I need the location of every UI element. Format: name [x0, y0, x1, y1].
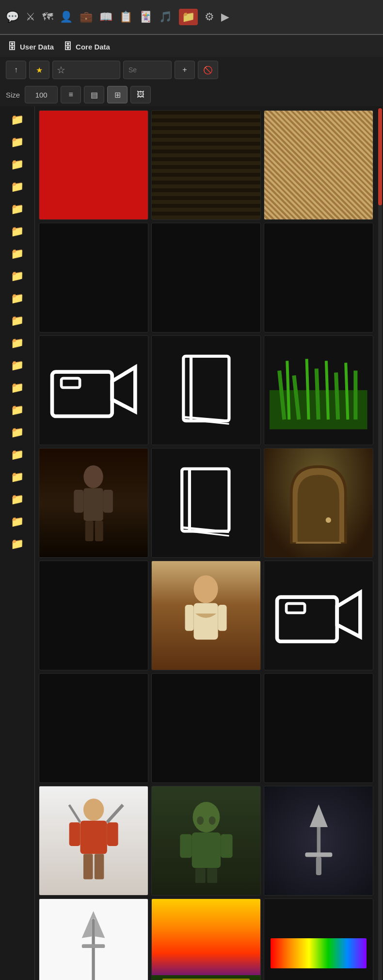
- view-grid-button[interactable]: ⊞: [107, 86, 128, 103]
- view-thumbnail-button[interactable]: 🖼: [130, 86, 151, 103]
- folder-item[interactable]: 📁: [6, 444, 29, 465]
- svg-line-12: [317, 369, 319, 420]
- file-item-rainbow[interactable]: [264, 898, 373, 980]
- file-item-weapon-dark[interactable]: [264, 786, 373, 896]
- folder-item[interactable]: 📁: [6, 422, 29, 443]
- back-button[interactable]: ↑: [6, 61, 26, 79]
- svg-line-42: [69, 805, 80, 823]
- folder-item[interactable]: 📁: [6, 288, 29, 309]
- folder-item[interactable]: 📁: [6, 332, 29, 354]
- folder-icon: 📁: [11, 404, 24, 416]
- folder-icon: 📁: [11, 359, 24, 372]
- list-icon: ≡: [69, 90, 73, 99]
- file-item-camera2[interactable]: [264, 561, 373, 670]
- size-input[interactable]: [25, 86, 58, 103]
- collapse-icon[interactable]: ▶: [221, 11, 229, 23]
- file-item-door[interactable]: [264, 448, 373, 558]
- file-item-viking[interactable]: [39, 786, 148, 896]
- file-item-warrior[interactable]: [39, 448, 148, 558]
- folder-item[interactable]: 📁: [6, 176, 29, 198]
- svg-marker-1: [112, 367, 135, 411]
- hide-button[interactable]: 🚫: [198, 61, 218, 79]
- view-list-button[interactable]: ≡: [61, 86, 81, 103]
- folder-item[interactable]: 📁: [6, 377, 29, 399]
- vertical-scrollbar[interactable]: [377, 106, 383, 980]
- cards-icon[interactable]: 🃏: [139, 11, 152, 23]
- camera2-svg-icon: [272, 569, 365, 662]
- file-item-empty[interactable]: [39, 223, 148, 332]
- file-item-empty[interactable]: [264, 673, 373, 783]
- tables-icon[interactable]: 📋: [119, 11, 132, 23]
- star-empty-icon: ☆: [57, 64, 65, 76]
- settings-icon[interactable]: ⚙: [205, 11, 214, 23]
- map-icon[interactable]: 🗺: [42, 11, 53, 23]
- svg-rect-56: [316, 857, 321, 875]
- camera-svg-icon: [48, 344, 140, 436]
- core-data-tab[interactable]: 🗄 Core Data: [64, 42, 110, 52]
- file-item-book[interactable]: [151, 335, 261, 445]
- file-item-empty[interactable]: [151, 223, 261, 332]
- search-input[interactable]: [123, 61, 172, 79]
- svg-point-17: [84, 465, 103, 488]
- folder-item[interactable]: 📁: [6, 199, 29, 220]
- file-item[interactable]: [39, 110, 148, 220]
- file-item[interactable]: [264, 110, 373, 220]
- folder-icon: 📁: [11, 181, 24, 193]
- file-item-orc[interactable]: [151, 786, 261, 896]
- folder-item[interactable]: 📁: [6, 243, 29, 265]
- folder-icon: 📁: [11, 270, 24, 282]
- grass-svg: [270, 341, 367, 439]
- folder-icon: 📁: [11, 471, 24, 483]
- folder-icon: 📁: [11, 538, 24, 550]
- top-navigation: 💬 ⚔ 🗺 👤 💼 📖 📋 🃏 🎵 📁 ⚙ ▶: [0, 0, 383, 35]
- folder-item[interactable]: 📁: [6, 399, 29, 421]
- svg-line-41: [107, 805, 123, 823]
- folder-item[interactable]: 📁: [6, 310, 29, 332]
- compendium-icon[interactable]: 📁: [179, 9, 198, 25]
- svg-rect-2: [61, 378, 80, 387]
- folder-item[interactable]: 📁: [6, 266, 29, 287]
- scrollbar-thumb[interactable]: [378, 108, 382, 205]
- folder-item[interactable]: 📁: [6, 132, 29, 153]
- file-item-empty[interactable]: [39, 673, 148, 783]
- svg-rect-59: [82, 944, 105, 948]
- chat-icon[interactable]: 💬: [6, 11, 19, 23]
- file-item[interactable]: [151, 110, 261, 220]
- bearded-man-figure: [176, 572, 236, 659]
- file-item-empty[interactable]: [151, 673, 261, 783]
- svg-rect-27: [298, 498, 339, 539]
- add-folder-button[interactable]: +: [175, 61, 195, 79]
- folder-icon: 📁: [11, 515, 24, 528]
- file-item-sunset[interactable]: [151, 898, 261, 980]
- svg-rect-40: [107, 823, 118, 847]
- favorites-button[interactable]: ★: [29, 61, 49, 79]
- svg-rect-43: [83, 854, 93, 880]
- view-details-button[interactable]: ▤: [84, 86, 104, 103]
- svg-line-14: [336, 373, 338, 420]
- folder-item[interactable]: 📁: [6, 109, 29, 131]
- items-icon[interactable]: 💼: [80, 11, 93, 23]
- combat-icon[interactable]: ⚔: [26, 11, 35, 23]
- file-item-camera[interactable]: [39, 335, 148, 445]
- file-item-bearded-man[interactable]: [151, 561, 261, 670]
- folder-item[interactable]: 📁: [6, 533, 29, 555]
- playlists-icon[interactable]: 🎵: [159, 11, 172, 23]
- user-data-tab[interactable]: 🗄 User Data: [8, 42, 54, 52]
- file-item-grass[interactable]: [264, 335, 373, 445]
- file-item-halberd[interactable]: [39, 898, 148, 980]
- user-data-label: User Data: [20, 43, 54, 51]
- folder-item[interactable]: 📁: [6, 489, 29, 510]
- folder-item[interactable]: 📁: [6, 221, 29, 242]
- file-item-empty[interactable]: [39, 561, 148, 670]
- folder-item[interactable]: 📁: [6, 511, 29, 532]
- favorites-path-input[interactable]: ☆: [52, 61, 120, 79]
- file-item-empty[interactable]: [264, 223, 373, 332]
- svg-line-9: [287, 361, 289, 420]
- folder-item[interactable]: 📁: [6, 355, 29, 376]
- file-item-book2[interactable]: [151, 448, 261, 558]
- folder-item[interactable]: 📁: [6, 154, 29, 175]
- actors-icon[interactable]: 👤: [60, 11, 73, 23]
- svg-rect-46: [192, 832, 220, 868]
- folder-item[interactable]: 📁: [6, 466, 29, 488]
- journal-icon[interactable]: 📖: [99, 11, 112, 23]
